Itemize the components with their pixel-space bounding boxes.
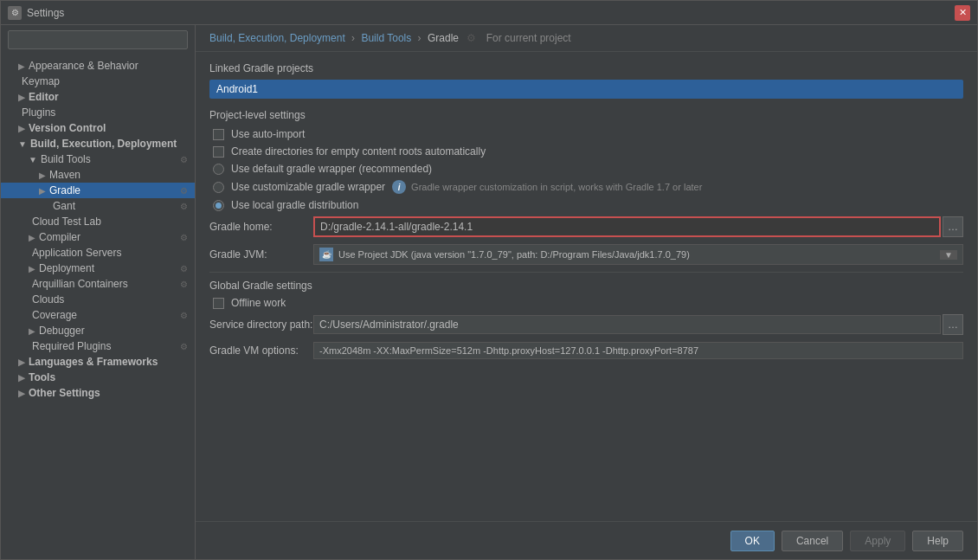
global-settings-label: Global Gradle settings [209, 280, 963, 292]
breadcrumb-part-1[interactable]: Build, Execution, Deployment [209, 32, 345, 44]
sidebar-item-label: Application Servers [32, 247, 121, 259]
sidebar-item-label: Plugins [22, 106, 55, 119]
breadcrumb-arrow: › [351, 32, 357, 44]
gradle-home-label: Gradle home: [209, 221, 313, 233]
sidebar-item-tools[interactable]: ▶ Tools [1, 370, 195, 385]
sidebar-item-gradle[interactable]: ▶ Gradle ⚙ [1, 183, 195, 198]
service-dir-input-wrapper: … [313, 314, 963, 335]
sidebar-item-deployment[interactable]: ▶ Deployment ⚙ [1, 261, 195, 276]
title-bar: ⚙ Settings ✕ [1, 1, 977, 25]
sidebar-item-languages[interactable]: ▶ Languages & Frameworks [1, 354, 195, 370]
main-content: ▶ Appearance & Behavior Keymap ▶ Editor … [1, 25, 977, 559]
sidebar-item-editor[interactable]: ▶ Editor [1, 89, 195, 105]
arrow-icon: ▶ [18, 61, 25, 71]
sidebar-item-debugger[interactable]: ▶ Debugger [1, 323, 195, 338]
sidebar-item-label: Appearance & Behavior [29, 60, 138, 72]
settings-icon: ⚙ [180, 155, 188, 164]
sidebar-item-clouds[interactable]: Clouds [1, 292, 195, 307]
breadcrumb-part-2[interactable]: Build Tools [361, 32, 411, 44]
cancel-button[interactable]: Cancel [782, 531, 843, 551]
sidebar-item-label: Editor [29, 91, 59, 103]
sidebar-item-build-tools[interactable]: ▼ Build Tools ⚙ [1, 151, 195, 167]
service-dir-input[interactable] [313, 315, 941, 334]
create-dirs-checkbox[interactable] [213, 146, 224, 158]
content-area: Linked Gradle projects Android1 Project-… [196, 52, 977, 521]
sidebar-item-label: Coverage [32, 309, 77, 321]
bottom-bar: OK Cancel Apply Help [196, 521, 977, 559]
nav-tree: ▶ Appearance & Behavior Keymap ▶ Editor … [1, 55, 195, 404]
sidebar-item-version-control[interactable]: ▶ Version Control [1, 120, 195, 136]
close-button[interactable]: ✕ [955, 5, 970, 21]
search-input[interactable] [8, 30, 188, 49]
sidebar-item-label: Build Tools [41, 153, 91, 165]
arrow-icon: ▶ [29, 233, 35, 242]
local-distribution-radio[interactable] [213, 200, 224, 211]
sidebar-item-maven[interactable]: ▶ Maven [1, 167, 195, 183]
main-panel: Build, Execution, Deployment › Build Too… [196, 25, 977, 559]
default-wrapper-radio[interactable] [213, 164, 224, 175]
settings-icon: ⚙ [180, 202, 188, 211]
service-dir-browse-button[interactable]: … [943, 314, 963, 335]
linked-project-item[interactable]: Android1 [209, 80, 963, 99]
offline-work-checkbox[interactable] [213, 298, 224, 309]
sidebar-item-label: Debugger [39, 325, 85, 337]
linked-projects-list: Android1 [209, 80, 963, 99]
window-icon: ⚙ [8, 6, 22, 20]
linked-projects-label: Linked Gradle projects [209, 62, 963, 74]
sidebar-item-build-exec-deploy[interactable]: ▼ Build, Execution, Deployment [1, 136, 195, 151]
sidebar-item-label: Version Control [29, 122, 106, 134]
sidebar-item-app-servers[interactable]: Application Servers [1, 245, 195, 261]
jdk-dropdown-arrow-icon[interactable]: ▼ [940, 250, 957, 260]
ok-button[interactable]: OK [730, 531, 775, 551]
sidebar-item-label: Maven [49, 169, 80, 181]
gradle-vm-input-wrapper [313, 342, 963, 359]
breadcrumb-suffix: For current project [486, 32, 571, 44]
sidebar-item-cloud-test-lab[interactable]: Cloud Test Lab [1, 214, 195, 229]
arrow-icon: ▶ [39, 171, 46, 180]
gradle-home-browse-button[interactable]: … [943, 216, 963, 237]
sidebar-item-arquillian[interactable]: Arquillian Containers ⚙ [1, 276, 195, 292]
gradle-vm-input[interactable] [313, 342, 963, 359]
sidebar-item-plugins[interactable]: Plugins [1, 105, 195, 120]
customizable-wrapper-label: Use customizable gradle wrapper [231, 181, 385, 193]
auto-import-checkbox[interactable] [213, 129, 224, 140]
auto-import-label: Use auto-import [231, 128, 305, 140]
breadcrumb-part-3: Gradle [428, 32, 459, 44]
service-dir-label: Service directory path: [209, 319, 313, 331]
settings-icon: ⚙ [180, 233, 188, 242]
project-settings-label: Project-level settings [209, 109, 963, 121]
gradle-jvm-input-wrapper: ☕ Use Project JDK (java version "1.7.0_7… [313, 244, 963, 265]
settings-icon: ⚙ [180, 311, 188, 320]
sidebar-item-keymap[interactable]: Keymap [1, 74, 195, 89]
sidebar-item-label: Gant [53, 200, 75, 212]
sidebar-item-coverage[interactable]: Coverage ⚙ [1, 307, 195, 323]
gradle-jvm-select[interactable]: ☕ Use Project JDK (java version "1.7.0_7… [313, 244, 963, 265]
sidebar-item-required-plugins[interactable]: Required Plugins ⚙ [1, 338, 195, 354]
help-button[interactable]: Help [912, 531, 963, 551]
customizable-wrapper-radio[interactable] [213, 182, 224, 193]
sidebar-item-gant[interactable]: Gant ⚙ [1, 198, 195, 214]
jdk-icon: ☕ [319, 248, 333, 261]
arrow-icon: ▶ [18, 93, 25, 102]
settings-icon: ⚙ [180, 264, 188, 274]
local-distribution-row: Use local gradle distribution [209, 199, 963, 211]
arrow-icon: ▼ [18, 139, 27, 149]
local-distribution-label: Use local gradle distribution [231, 199, 358, 211]
sidebar-item-compiler[interactable]: ▶ Compiler ⚙ [1, 229, 195, 245]
sidebar-item-label: Languages & Frameworks [29, 356, 158, 368]
sidebar-item-label: Deployment [39, 262, 94, 274]
sidebar: ▶ Appearance & Behavior Keymap ▶ Editor … [1, 25, 196, 559]
default-wrapper-row: Use default gradle wrapper (recommended) [209, 163, 963, 175]
sidebar-item-appearance[interactable]: ▶ Appearance & Behavior [1, 58, 195, 74]
gradle-home-input-wrapper: … [313, 216, 963, 237]
sidebar-item-label: Required Plugins [32, 340, 111, 352]
settings-icon: ⚙ [180, 186, 188, 196]
settings-icon: ⚙ [180, 280, 188, 289]
sidebar-item-other-settings[interactable]: ▶ Other Settings [1, 385, 195, 401]
arrow-icon: ▶ [18, 357, 25, 367]
window-title: Settings [27, 7, 955, 19]
sidebar-item-label: Clouds [32, 293, 64, 306]
apply-button[interactable]: Apply [850, 531, 905, 551]
arrow-icon: ▶ [18, 373, 25, 383]
gradle-home-input[interactable] [313, 216, 941, 237]
